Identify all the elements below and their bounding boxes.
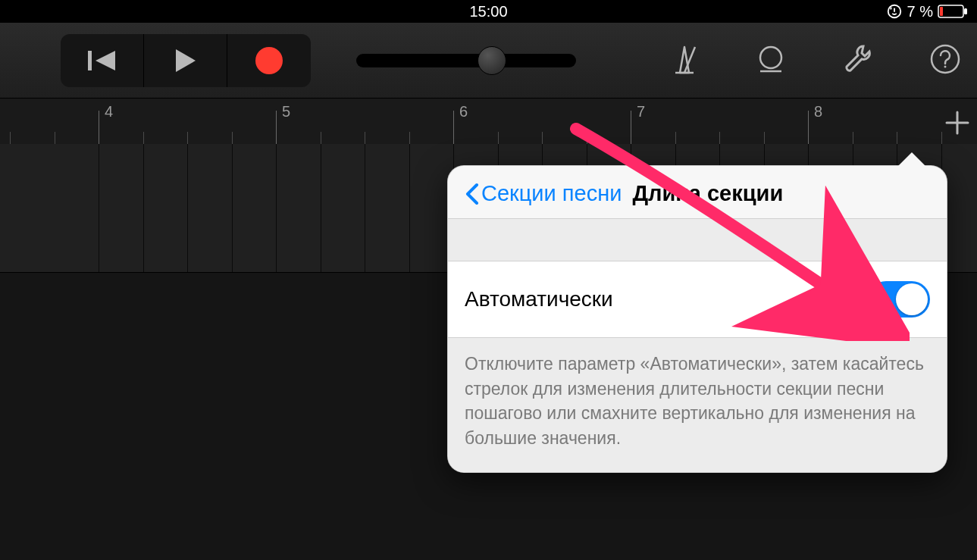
ruler-tick-minor [675,132,676,144]
rotation-lock-icon [886,3,903,20]
status-bar: 15:00 7 % [0,0,977,23]
grid-line [276,144,277,272]
svg-point-11 [932,45,959,73]
grid-line [187,144,188,272]
grid-line [232,144,233,272]
loop-icon[interactable] [754,42,788,79]
svg-rect-3 [964,8,967,14]
automatic-row: Автоматически [448,261,947,338]
popover-footer-text: Отключите параметр «Автоматически», зате… [448,338,947,472]
grid-line [409,144,410,272]
back-button[interactable]: Секции песни [465,181,622,206]
ruler-tick-minor [232,132,233,144]
automatic-toggle[interactable] [868,281,930,318]
grid-line [143,144,144,272]
popover-header: Секции песни Длина секции [448,166,947,219]
ruler-tick-major [808,111,809,144]
toolbar [0,23,977,99]
ruler-tick-major [453,111,454,144]
ruler-tick-minor [853,132,853,144]
status-right: 7 % [886,3,968,20]
add-section-button[interactable] [942,108,972,141]
grid-line [321,144,321,272]
volume-slider[interactable] [356,54,576,67]
status-time: 15:00 [469,3,507,20]
automatic-label: Автоматически [465,287,613,311]
ruler-tick-minor [55,132,55,144]
ruler-tick-minor [542,132,543,144]
play-button[interactable] [144,34,227,87]
section-length-popover: Секции песни Длина секции Автоматически … [447,165,947,473]
wrench-icon[interactable] [841,42,875,80]
ruler-tick-minor [897,132,897,144]
battery-percent: 7 % [907,3,933,20]
ruler-label: 6 [459,103,468,120]
ruler-tick-minor [10,132,11,144]
svg-marker-5 [96,51,115,70]
battery-icon [938,5,968,18]
ruler-label: 7 [637,103,645,120]
ruler-tick-minor [719,132,720,144]
svg-point-12 [944,65,947,67]
ruler-tick-major [631,111,631,144]
popover-title: Длина секции [632,181,783,206]
ruler-tick-minor [498,132,499,144]
ruler-tick-minor [365,132,365,144]
ruler-tick-minor [187,132,188,144]
record-icon [255,47,283,74]
grid-line [365,144,365,272]
ruler-tick-minor [587,132,587,144]
svg-rect-4 [88,51,92,70]
record-button[interactable] [227,34,311,87]
svg-rect-2 [940,7,943,16]
ruler-tick-minor [143,132,144,144]
help-icon[interactable] [928,42,962,79]
ruler-tick-minor [764,132,765,144]
ruler-tick-major [99,111,99,144]
ruler-label: 4 [105,103,113,120]
ruler-label: 8 [814,103,822,120]
ruler-tick-major [276,111,277,144]
metronome-icon[interactable] [668,42,701,79]
back-label: Секции песни [481,181,622,206]
svg-point-9 [760,47,781,68]
rewind-button[interactable] [61,34,144,87]
slider-knob[interactable] [478,46,506,75]
grid-line [99,144,99,272]
ruler-tick-minor [321,132,321,144]
toolbar-right-icons [668,42,962,80]
svg-marker-6 [176,49,196,72]
transport-controls [61,34,311,87]
ruler-tick-minor [409,132,410,144]
ruler-label: 5 [282,103,290,120]
timeline-ruler[interactable]: 45678 [0,99,977,144]
popover-spacer [448,219,947,261]
